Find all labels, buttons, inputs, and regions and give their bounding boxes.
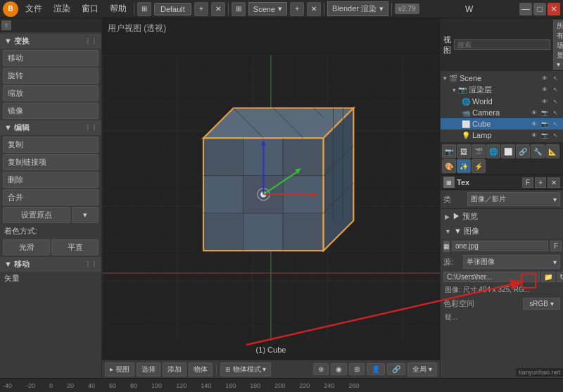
prop-icon-data[interactable]: 📐	[545, 144, 559, 158]
scene-selector[interactable]: Scene ▾	[248, 2, 287, 15]
color-space-row: 色彩空间 sRGB ▾	[441, 296, 563, 311]
move-btn[interactable]: 移动	[3, 50, 99, 66]
outliner-search[interactable]	[454, 39, 550, 50]
class-dropdown[interactable]: 图像／影片 ▾	[467, 192, 560, 206]
add-btn[interactable]: 添加	[163, 362, 186, 377]
eye-icon-cube[interactable]: 👁	[529, 119, 539, 129]
render-icon-cube[interactable]: 📷	[540, 119, 550, 129]
extra-label: 疑...	[445, 313, 457, 321]
cursor-icon-scene[interactable]: ↖	[550, 73, 560, 83]
prop-icon-scene[interactable]: 🎬	[472, 144, 486, 158]
tree-item-camera[interactable]: 📹 Camera 👁 📷 ↖	[441, 107, 563, 118]
scale-btn[interactable]: 缩放	[3, 85, 99, 101]
t140: 140	[201, 382, 211, 389]
tree-item-renderlayer[interactable]: ▾ 📷 渲染层 👁 ↖	[441, 84, 563, 96]
vp-icon-3[interactable]: ⊞	[349, 363, 365, 375]
prop-icon-particles[interactable]: ⚡	[472, 159, 486, 173]
cursor-icon-world[interactable]: ↖	[550, 96, 560, 106]
mirror-btn[interactable]: 镜像	[3, 103, 99, 119]
prop-icon-material[interactable]: 🎨	[442, 159, 456, 173]
header-icon-2[interactable]: ⊞	[232, 2, 246, 16]
image-header[interactable]: ▼ ▼ 图像	[441, 224, 563, 239]
eye-icon-camera[interactable]: 👁	[529, 108, 539, 118]
scene-plus[interactable]: +	[290, 2, 304, 16]
render-icon-lamp[interactable]: 📷	[540, 130, 550, 140]
tree-item-world[interactable]: 🌐 World 👁 ↖	[441, 96, 563, 107]
set-origin-btn[interactable]: 设置原点	[3, 207, 70, 223]
workspace-selector[interactable]: Default	[154, 3, 191, 15]
cursor-icon-lamp[interactable]: ↖	[550, 130, 560, 140]
t180: 180	[250, 382, 260, 389]
eye-icon-rl[interactable]: 👁	[540, 85, 550, 95]
tree-label-lamp: Lamp	[472, 131, 527, 139]
eye-icon-lamp[interactable]: 👁	[529, 130, 539, 140]
view-btn[interactable]: ▸ 视图	[105, 362, 134, 377]
prop-icon-modifier[interactable]: 🔧	[531, 144, 545, 158]
image-f-btn[interactable]: F	[550, 241, 562, 251]
cursor-icon-camera[interactable]: ↖	[550, 108, 560, 118]
vp-icon-4[interactable]: 👤	[367, 363, 385, 375]
viewport[interactable]: 用户视图 (透视)	[102, 18, 440, 378]
transform-section[interactable]: ▼ 变换 ⋮⋮	[0, 34, 101, 49]
prop-icon-render[interactable]: 🖼	[457, 144, 471, 158]
flat-btn[interactable]: 平直	[51, 239, 99, 255]
header-icon-1[interactable]: ⊞	[137, 2, 151, 16]
engine-selector[interactable]: Blender 渲染 ▾	[327, 1, 388, 16]
merge-btn[interactable]: 合并	[3, 189, 99, 206]
copy-link-btn[interactable]: 复制链接项	[3, 154, 99, 170]
filepath-input[interactable]	[443, 272, 540, 282]
header-cross[interactable]: ✕	[211, 2, 225, 16]
menu-help[interactable]: 帮助	[106, 1, 131, 16]
vp-icon-5[interactable]: 🔗	[387, 363, 405, 375]
copy-btn[interactable]: 复制	[3, 137, 99, 153]
tex-f-btn[interactable]: F	[522, 177, 533, 188]
prop-icon-camera[interactable]: 📷	[442, 144, 456, 158]
tree-item-cube[interactable]: ⬜ Cube 👁 📷 ↖	[441, 118, 563, 129]
header-plus[interactable]: +	[194, 2, 208, 16]
select-btn[interactable]: 选择	[137, 362, 160, 377]
smooth-btn[interactable]: 光滑	[3, 239, 50, 255]
eye-icon-scene[interactable]: 👁	[540, 73, 550, 83]
cursor-icon-rl[interactable]: ↖	[550, 85, 560, 95]
prop-icon-object[interactable]: ⬜	[501, 144, 515, 158]
rotate-btn[interactable]: 旋转	[3, 68, 99, 84]
maximize-btn[interactable]: □	[533, 3, 546, 15]
filepath-browse-btn[interactable]: 📁	[541, 272, 555, 282]
origin-arrow-btn[interactable]: ▾	[72, 207, 99, 223]
source-dropdown[interactable]: 单张图像 ▾	[463, 255, 560, 269]
t20: 20	[67, 382, 74, 389]
preview-toggle[interactable]: ▶ ▶ 预览	[441, 209, 563, 224]
scene-cross[interactable]: ✕	[307, 2, 321, 16]
edit-section[interactable]: ▼ 编辑 ⋮⋮	[0, 120, 101, 135]
tex-plus-btn[interactable]: +	[535, 177, 546, 188]
global-btn[interactable]: 全局 ▾	[407, 362, 437, 377]
filepath-reload-btn[interactable]: ↻	[557, 272, 563, 282]
window-icon[interactable]: W	[465, 4, 473, 14]
render-icon-camera[interactable]: 📷	[540, 108, 550, 118]
menu-render[interactable]: 渲染	[49, 1, 75, 16]
eye-icon-world[interactable]: 👁	[540, 96, 550, 106]
prop-icon-constraint[interactable]: 🔗	[516, 144, 530, 158]
motion-section[interactable]: ▼ 移动 ⋮⋮	[0, 257, 101, 272]
close-btn[interactable]: ✕	[548, 3, 560, 15]
viewport-toolbar: ▸ 视图 选择 添加 物体 ⊞ 物体模式 ▾ ⊕ ◉ ⊞ 👤 🔗 全局 ▾	[102, 360, 440, 378]
tex-x-btn[interactable]: ✕	[548, 177, 560, 188]
cursor-icon-cube[interactable]: ↖	[550, 119, 560, 129]
delete-btn[interactable]: 删除	[3, 172, 99, 188]
class-arrow: ▾	[553, 196, 557, 203]
prop-icon-world[interactable]: 🌐	[486, 144, 500, 158]
object-btn[interactable]: 物体	[189, 362, 213, 377]
outliner-filter[interactable]: 所有场景 ▾	[553, 20, 563, 70]
tree-item-lamp[interactable]: 💡 Lamp 👁 📷 ↖	[441, 129, 563, 141]
minimize-btn[interactable]: —	[519, 3, 532, 15]
tree-item-scene[interactable]: ▾ 🎬 Scene 👁 ↖	[441, 72, 563, 84]
filter-arrow: ▾	[557, 61, 560, 68]
menu-window[interactable]: 窗口	[77, 1, 103, 16]
vp-icon-1[interactable]: ⊕	[313, 363, 329, 375]
object-mode-btn[interactable]: ⊞ 物体模式 ▾	[220, 362, 272, 377]
image-name-input[interactable]	[452, 241, 548, 251]
cs-dropdown[interactable]: sRGB ▾	[523, 298, 560, 310]
prop-icon-texture[interactable]: ✨	[457, 159, 471, 173]
menu-file[interactable]: 文件	[21, 1, 46, 16]
vp-icon-2[interactable]: ◉	[331, 363, 347, 375]
